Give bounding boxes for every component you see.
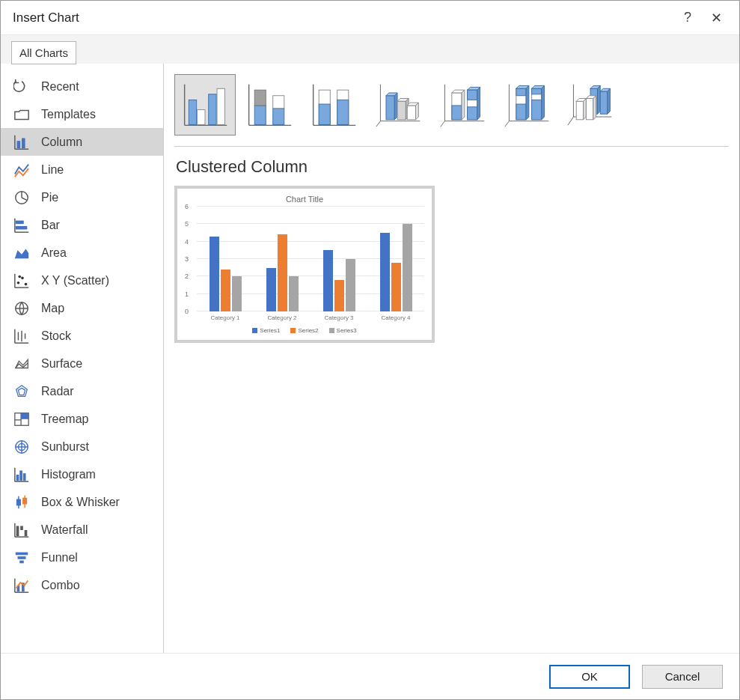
x-tick-label: Category 1 [210,314,239,321]
map-icon [13,299,31,317]
subtype-100-stacked-column[interactable] [303,74,364,136]
ok-button[interactable]: OK [549,665,630,689]
sidebar-item-sunburst[interactable]: Sunburst [1,433,163,460]
sidebar-item-label: Line [41,163,64,177]
svg-marker-110 [542,86,545,120]
sidebar-item-map[interactable]: Map [1,294,163,322]
bar-group [323,207,355,311]
legend-swatch [329,328,334,333]
bar [346,259,355,311]
svg-marker-79 [394,93,397,120]
svg-rect-96 [468,90,477,100]
svg-rect-60 [209,94,216,125]
cancel-button[interactable]: Cancel [642,665,723,689]
chart-subtype-heading: Clustered Column [176,157,729,177]
x-tick-label: Category 3 [324,314,353,321]
legend-swatch [290,328,296,333]
sidebar-item-histogram[interactable]: Histogram [1,460,163,488]
scatter-icon [13,272,31,290]
subtype-3d-column[interactable] [560,74,622,136]
svg-rect-48 [25,530,28,536]
sidebar-item-treemap[interactable]: Treemap [1,405,163,433]
sidebar-item-radar[interactable]: Radar [1,377,163,405]
svg-rect-59 [198,110,205,125]
chart-preview[interactable]: Chart Title 0123456 Category 1Category 2… [174,186,435,343]
sidebar-item-label: Surface [41,357,82,371]
tab-all-charts[interactable]: All Charts [11,41,76,64]
radar-icon [13,383,31,401]
bar [380,233,390,311]
sidebar-item-label: Stock [41,329,71,343]
svg-point-12 [17,281,20,284]
svg-marker-125 [593,96,596,120]
subtype-3d-clustered-column[interactable] [367,74,429,136]
svg-point-14 [25,282,28,285]
sidebar-item-label: Funnel [41,551,78,564]
bar [221,270,230,311]
svg-rect-3 [22,138,25,148]
sidebar-item-funnel[interactable]: Funnel [1,544,163,571]
sidebar-item-surface[interactable]: Surface [1,350,163,377]
x-tick-label: Category 4 [381,314,410,321]
sidebar-item-templates[interactable]: Templates [1,100,163,128]
sidebar-item-scatter[interactable]: X Y (Scatter) [1,267,163,294]
svg-rect-46 [16,526,19,536]
svg-marker-92 [462,90,465,120]
svg-rect-71 [319,104,330,124]
dialog-body: Recent Templates Column Line [1,64,739,653]
tabstrip: All Charts [1,35,739,64]
svg-rect-107 [532,100,542,119]
sidebar-item-box-whisker[interactable]: Box & Whisker [1,488,163,516]
sidebar-item-bar[interactable]: Bar [1,211,163,239]
chart-plot-area: 0123456 [192,207,424,311]
sidebar-item-label: Recent [41,80,79,94]
svg-rect-83 [407,106,415,120]
subtype-3d-100-stacked-column[interactable] [496,74,557,136]
sidebar-item-label: Bar [41,219,60,232]
sidebar-item-label: Sunburst [41,440,89,454]
sidebar-item-recent[interactable]: Recent [1,73,163,100]
svg-marker-9 [15,249,28,258]
subtype-stacked-column[interactable] [239,74,300,136]
sidebar-item-label: X Y (Scatter) [41,274,109,287]
y-tick-label: 5 [185,220,189,228]
sidebar-item-label: Waterfall [41,523,88,537]
sidebar-item-column[interactable]: Column [1,128,163,156]
svg-rect-117 [600,91,607,114]
sunburst-icon [13,438,31,456]
sidebar-item-combo[interactable]: Combo [1,571,163,599]
bar-group [266,207,299,311]
svg-rect-7 [16,220,24,224]
sidebar-item-label: Treemap [41,413,88,426]
svg-marker-97 [477,87,480,119]
main-panel: Clustered Column Chart Title 0123456 Cat… [164,64,739,653]
treemap-icon [13,410,31,428]
svg-rect-51 [19,560,24,563]
svg-rect-64 [254,106,266,124]
svg-rect-65 [254,90,266,106]
bar [391,263,401,311]
svg-rect-104 [516,88,526,95]
y-tick-label: 2 [185,273,189,280]
svg-rect-102 [516,104,526,120]
svg-rect-61 [217,88,224,124]
help-button[interactable]: ? [673,4,702,32]
sidebar-item-stock[interactable]: Stock [1,322,163,350]
svg-rect-67 [273,96,284,109]
3d-100-stacked-column-icon [502,80,551,130]
bar-icon [13,216,31,234]
stock-icon [13,327,31,345]
histogram-icon [13,466,31,484]
close-button[interactable]: ✕ [702,4,730,32]
sidebar-item-area[interactable]: Area [1,239,163,267]
subtype-clustered-column[interactable] [174,74,236,136]
svg-rect-49 [16,552,28,555]
clustered-column-icon [180,80,230,130]
sidebar-item-waterfall[interactable]: Waterfall [1,516,163,544]
sidebar-item-line[interactable]: Line [1,156,163,183]
subtype-3d-stacked-column[interactable] [432,74,493,136]
bar [334,280,344,311]
bar [210,237,219,311]
sidebar-item-pie[interactable]: Pie [1,183,163,211]
svg-line-87 [441,121,445,127]
